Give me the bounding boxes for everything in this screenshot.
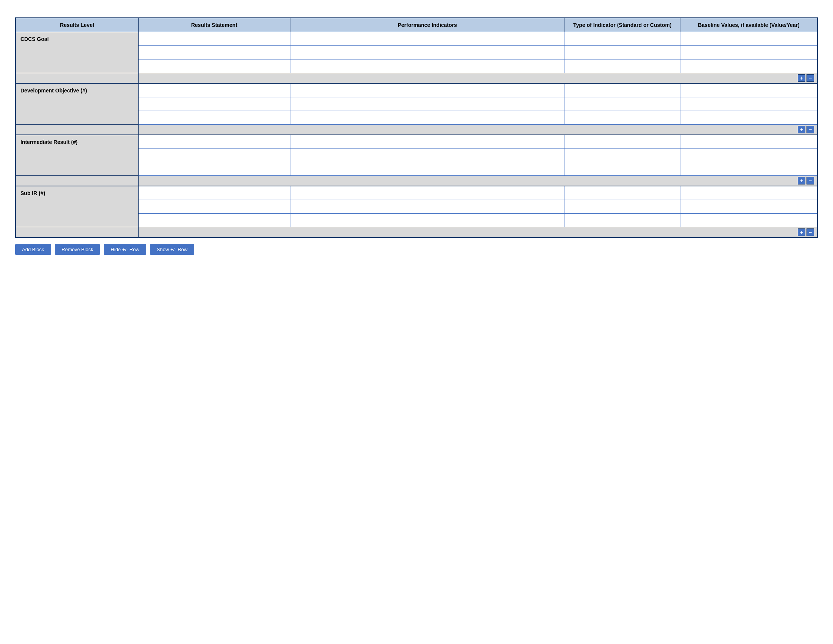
data-cell-cdcs_goal-row1-col3[interactable]	[564, 46, 680, 60]
data-cell-sub_ir-row0-col4[interactable]	[680, 186, 817, 200]
data-cell-development_objective-row2-col4[interactable]	[680, 111, 817, 124]
data-cell-cdcs_goal-row1-col1[interactable]	[138, 46, 290, 60]
col-header-results_statement: Results Statement	[138, 18, 290, 32]
data-cell-sub_ir-row1-col1[interactable]	[138, 200, 290, 213]
table-row: Intermediate Result (#)	[16, 135, 817, 148]
table-row: CDCS Goal	[16, 32, 817, 46]
table-header-row: Results LevelResults StatementPerformanc…	[16, 18, 817, 32]
plus-button-development_objective[interactable]: +	[798, 126, 806, 134]
plus-minus-row-sub_ir: +−	[16, 227, 817, 238]
data-cell-cdcs_goal-row0-col3[interactable]	[564, 32, 680, 46]
data-cell-sub_ir-row0-col3[interactable]	[564, 186, 680, 200]
pm-label-cell-cdcs_goal	[16, 73, 138, 84]
data-cell-intermediate_result-row2-col2[interactable]	[290, 162, 564, 176]
data-cell-intermediate_result-row2-col4[interactable]	[680, 162, 817, 176]
data-cell-development_objective-row1-col2[interactable]	[290, 97, 564, 111]
section-label-cdcs_goal: CDCS Goal	[16, 32, 138, 73]
data-cell-cdcs_goal-row0-col1[interactable]	[138, 32, 290, 46]
minus-button-cdcs_goal[interactable]: −	[807, 74, 814, 82]
data-cell-cdcs_goal-row2-col2[interactable]	[290, 60, 564, 73]
data-cell-development_objective-row2-col3[interactable]	[564, 111, 680, 124]
action-buttons-container: Add BlockRemove BlockHide +/- RowShow +/…	[15, 244, 818, 255]
data-cell-development_objective-row2-col1[interactable]	[138, 111, 290, 124]
hide_row-button[interactable]: Hide +/- Row	[104, 244, 146, 255]
data-cell-sub_ir-row0-col1[interactable]	[138, 186, 290, 200]
data-cell-sub_ir-row1-col4[interactable]	[680, 200, 817, 213]
plus-button-cdcs_goal[interactable]: +	[798, 74, 806, 82]
table-row: Development Objective (#)	[16, 83, 817, 97]
section-label-development_objective: Development Objective (#)	[16, 83, 138, 124]
plus-button-sub_ir[interactable]: +	[798, 229, 806, 236]
col-header-baseline_values: Baseline Values, if available (Value/Yea…	[680, 18, 817, 32]
plus-minus-row-development_objective: +−	[16, 124, 817, 135]
pm-controls-sub_ir: +−	[138, 227, 817, 238]
col-header-results_level: Results Level	[16, 18, 138, 32]
remove_block-button[interactable]: Remove Block	[55, 244, 100, 255]
minus-button-intermediate_result[interactable]: −	[807, 177, 814, 185]
data-cell-sub_ir-row1-col3[interactable]	[564, 200, 680, 213]
data-cell-intermediate_result-row0-col1[interactable]	[138, 135, 290, 148]
data-cell-development_objective-row1-col3[interactable]	[564, 97, 680, 111]
pm-controls-cdcs_goal: +−	[138, 73, 817, 84]
add_block-button[interactable]: Add Block	[15, 244, 51, 255]
data-cell-intermediate_result-row1-col3[interactable]	[564, 148, 680, 162]
table-row: Sub IR (#)	[16, 186, 817, 200]
pm-label-cell-development_objective	[16, 124, 138, 135]
data-cell-intermediate_result-row2-col1[interactable]	[138, 162, 290, 176]
pm-label-cell-sub_ir	[16, 227, 138, 238]
data-cell-development_objective-row0-col1[interactable]	[138, 83, 290, 97]
data-cell-development_objective-row1-col4[interactable]	[680, 97, 817, 111]
data-cell-cdcs_goal-row0-col4[interactable]	[680, 32, 817, 46]
data-cell-sub_ir-row2-col2[interactable]	[290, 213, 564, 227]
pm-label-cell-intermediate_result	[16, 176, 138, 187]
data-cell-intermediate_result-row1-col1[interactable]	[138, 148, 290, 162]
pm-controls-development_objective: +−	[138, 124, 817, 135]
col-header-performance_indicators: Performance Indicators	[290, 18, 564, 32]
data-cell-development_objective-row0-col2[interactable]	[290, 83, 564, 97]
minus-button-sub_ir[interactable]: −	[807, 229, 814, 236]
data-cell-intermediate_result-row0-col2[interactable]	[290, 135, 564, 148]
data-cell-development_objective-row1-col1[interactable]	[138, 97, 290, 111]
col-header-type_of_indicator: Type of Indicator (Standard or Custom)	[564, 18, 680, 32]
minus-button-development_objective[interactable]: −	[807, 126, 814, 134]
data-cell-intermediate_result-row1-col4[interactable]	[680, 148, 817, 162]
data-cell-sub_ir-row0-col2[interactable]	[290, 186, 564, 200]
section-label-sub_ir: Sub IR (#)	[16, 186, 138, 227]
data-cell-development_objective-row2-col2[interactable]	[290, 111, 564, 124]
data-cell-sub_ir-row1-col2[interactable]	[290, 200, 564, 213]
data-cell-intermediate_result-row0-col4[interactable]	[680, 135, 817, 148]
data-cell-cdcs_goal-row2-col3[interactable]	[564, 60, 680, 73]
plus-minus-row-intermediate_result: +−	[16, 176, 817, 187]
pm-controls-intermediate_result: +−	[138, 176, 817, 187]
data-cell-cdcs_goal-row2-col4[interactable]	[680, 60, 817, 73]
plus-minus-row-cdcs_goal: +−	[16, 73, 817, 84]
main-table: Results LevelResults StatementPerformanc…	[15, 18, 818, 238]
data-cell-sub_ir-row2-col4[interactable]	[680, 213, 817, 227]
data-cell-cdcs_goal-row1-col2[interactable]	[290, 46, 564, 60]
data-cell-development_objective-row0-col4[interactable]	[680, 83, 817, 97]
data-cell-development_objective-row0-col3[interactable]	[564, 83, 680, 97]
data-cell-sub_ir-row2-col1[interactable]	[138, 213, 290, 227]
section-label-intermediate_result: Intermediate Result (#)	[16, 135, 138, 176]
plus-button-intermediate_result[interactable]: +	[798, 177, 806, 185]
data-cell-intermediate_result-row2-col3[interactable]	[564, 162, 680, 176]
show_row-button[interactable]: Show +/- Row	[150, 244, 194, 255]
data-cell-intermediate_result-row1-col2[interactable]	[290, 148, 564, 162]
data-cell-sub_ir-row2-col3[interactable]	[564, 213, 680, 227]
data-cell-intermediate_result-row0-col3[interactable]	[564, 135, 680, 148]
data-cell-cdcs_goal-row0-col2[interactable]	[290, 32, 564, 46]
data-cell-cdcs_goal-row2-col1[interactable]	[138, 60, 290, 73]
data-cell-cdcs_goal-row1-col4[interactable]	[680, 46, 817, 60]
